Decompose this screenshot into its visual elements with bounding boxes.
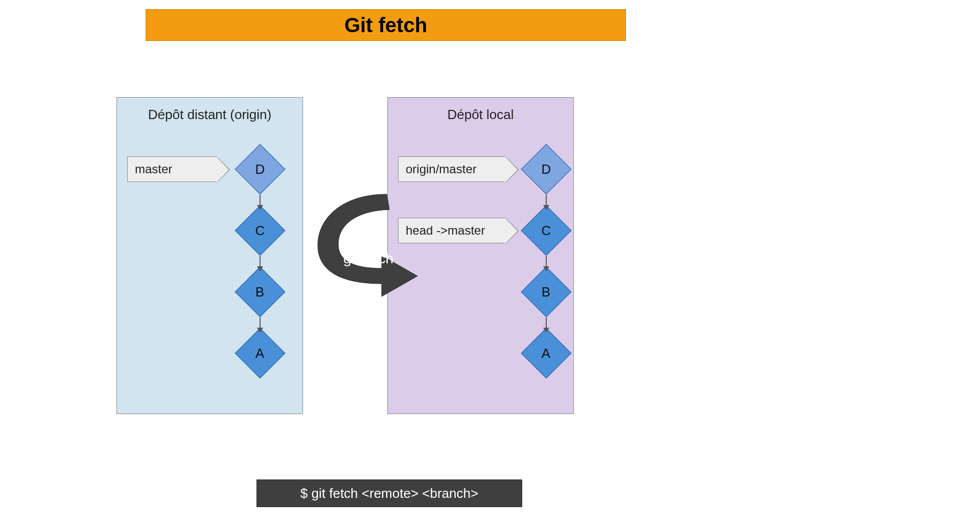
command-text: $ git fetch <remote> <branch> xyxy=(256,479,522,507)
connector-arrow-icon xyxy=(546,195,547,206)
commit-label: D xyxy=(255,162,265,177)
page-title: Git fetch xyxy=(146,9,626,41)
commit-label: A xyxy=(255,346,264,361)
commit-label: B xyxy=(255,284,264,300)
remote-repo-box: Dépôt distant (origin) master D C B A xyxy=(116,97,303,414)
commit-node: C xyxy=(521,205,572,256)
commit-label: C xyxy=(542,223,551,239)
arrowhead-down-icon xyxy=(543,266,549,271)
commit-node: A xyxy=(521,328,572,379)
commit-node: D xyxy=(521,144,572,195)
local-repo-heading: Dépôt local xyxy=(388,107,573,123)
commit-node: D xyxy=(235,144,286,195)
arrowhead-down-icon xyxy=(257,328,263,333)
arrowhead-down-icon xyxy=(543,205,549,210)
arrowhead-down-icon xyxy=(257,205,263,210)
commit-node: A xyxy=(235,328,286,379)
fetch-arrow-icon: git fetch xyxy=(313,189,430,286)
remote-pointer-master: master xyxy=(127,156,217,182)
commit-label: B xyxy=(542,284,550,300)
connector-arrow-icon xyxy=(546,317,547,329)
commit-node: B xyxy=(521,267,572,317)
arrowhead-down-icon xyxy=(543,328,549,333)
connector-arrow-icon xyxy=(546,256,547,267)
connector-arrow-icon xyxy=(260,256,261,267)
commit-node: B xyxy=(235,267,286,317)
connector-arrow-icon xyxy=(260,317,261,329)
fetch-arrow-label: git fetch xyxy=(343,250,393,267)
commit-node: C xyxy=(235,205,286,256)
arrowhead-down-icon xyxy=(257,266,263,271)
connector-arrow-icon xyxy=(260,195,261,206)
commit-label: A xyxy=(542,346,550,361)
commit-label: D xyxy=(542,162,551,177)
local-pointer-origin-master: origin/master xyxy=(398,156,505,182)
commit-label: C xyxy=(255,223,265,239)
remote-repo-heading: Dépôt distant (origin) xyxy=(117,107,302,123)
